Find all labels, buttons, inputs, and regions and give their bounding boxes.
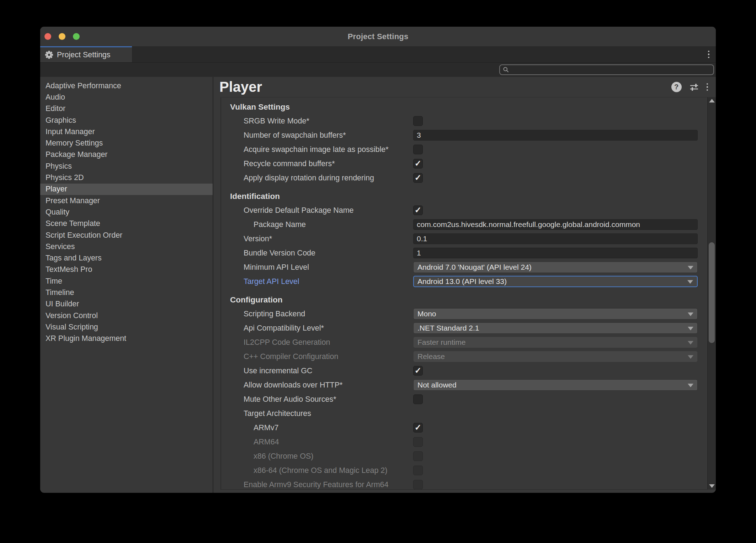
sidebar-item-services[interactable]: Services [40, 241, 213, 252]
use-incremental-gc-checkbox[interactable]: ✓ [413, 366, 423, 376]
setting-control [413, 145, 423, 154]
dropdown-value: Faster runtime [417, 338, 465, 347]
sidebar-item-input-manager[interactable]: Input Manager [40, 126, 213, 137]
allow-downloads-over-http-dropdown[interactable]: Not allowed [413, 379, 698, 391]
section-identification: IdentificationOverride Default Package N… [221, 190, 707, 289]
sidebar-item-physics[interactable]: Physics [40, 160, 213, 172]
setting-row-minimum-api-level: Minimum API LevelAndroid 7.0 'Nougat' (A… [221, 260, 707, 274]
bundle-version-code-field[interactable]: 1 [413, 248, 698, 258]
close-button[interactable] [44, 33, 51, 40]
recycle-command-buffers-checkbox[interactable]: ✓ [413, 159, 423, 169]
sidebar-item-version-control[interactable]: Version Control [40, 310, 213, 321]
setting-control [413, 466, 423, 475]
setting-label: Target Architectures [244, 409, 311, 418]
sidebar-item-audio[interactable]: Audio [40, 91, 213, 103]
minimum-api-level-dropdown[interactable]: Android 7.0 'Nougat' (API level 24) [413, 262, 698, 273]
sidebar-item-label: Script Execution Order [46, 231, 122, 240]
setting-row-target-architectures: Target Architectures [221, 406, 707, 421]
version-field[interactable]: 0.1 [413, 233, 698, 244]
setting-label: Api Compatibility Level* [244, 324, 324, 333]
dropdown-value: Mono [417, 310, 436, 318]
apply-display-rotation-during-rendering-checkbox[interactable]: ✓ [413, 173, 423, 183]
help-icon[interactable]: ? [671, 82, 682, 92]
content-panel: Player ? Vu [213, 77, 716, 493]
sidebar-item-visual-scripting[interactable]: Visual Scripting [40, 321, 213, 333]
sidebar-item-ui-builder[interactable]: UI Builder [40, 299, 213, 310]
scripting-backend-dropdown[interactable]: Mono [413, 308, 698, 320]
setting-control: 3 [413, 130, 698, 141]
minimize-button[interactable] [59, 33, 65, 40]
setting-row-enable-armv9-security-features-for-arm64: Enable Armv9 Security Features for Arm64 [221, 478, 707, 490]
setting-label: Version* [244, 234, 272, 243]
setting-label: Number of swapchain buffers* [244, 131, 346, 140]
armv7-checkbox[interactable]: ✓ [413, 423, 423, 433]
sidebar-item-label: XR Plugin Management [46, 334, 126, 343]
setting-label: Recycle command buffers* [244, 159, 335, 168]
sidebar-item-label: TextMesh Pro [46, 265, 92, 274]
setting-label: SRGB Write Mode* [244, 117, 309, 126]
chevron-down-icon [688, 327, 693, 330]
srgb-write-mode-checkbox[interactable] [413, 116, 423, 126]
api-compatibility-level-dropdown[interactable]: .NET Standard 2.1 [413, 322, 698, 334]
sidebar-item-memory-settings[interactable]: Memory Settings [40, 137, 213, 149]
setting-label: C++ Compiler Configuration [244, 352, 339, 361]
presets-icon[interactable] [689, 82, 699, 92]
setting-row-mute-other-audio-sources: Mute Other Audio Sources* [221, 392, 707, 406]
more-options-kebab-icon[interactable] [707, 83, 708, 91]
sidebar-item-scene-template[interactable]: Scene Template [40, 218, 213, 230]
override-default-package-name-checkbox[interactable]: ✓ [413, 206, 423, 215]
sidebar-item-preset-manager[interactable]: Preset Manager [40, 195, 213, 206]
scroll-up-arrow-icon[interactable] [709, 99, 715, 102]
setting-label: IL2CPP Code Generation [244, 338, 330, 347]
chevron-down-icon [687, 280, 693, 284]
titlebar[interactable]: Project Settings [40, 27, 716, 46]
package-name-field[interactable]: com.com2us.hivesdk.normal.freefull.googl… [413, 219, 698, 230]
maximize-button[interactable] [73, 33, 80, 40]
sidebar-item-package-manager[interactable]: Package Manager [40, 149, 213, 160]
setting-control: Android 7.0 'Nougat' (API level 24) [413, 262, 698, 273]
check-mark-icon: ✓ [415, 423, 421, 432]
sidebar-item-label: Adaptive Performance [46, 81, 121, 90]
scrollbar-thumb[interactable] [709, 242, 715, 343]
main-area: Adaptive PerformanceAudioEditorGraphicsI… [40, 77, 716, 493]
acquire-swapchain-image-late-as-possible-checkbox[interactable] [413, 145, 423, 154]
il2cpp-code-generation-dropdown: Faster runtime [413, 337, 698, 348]
sidebar-item-time[interactable]: Time [40, 275, 213, 287]
check-mark-icon: ✓ [415, 174, 421, 182]
sidebar-item-label: Preset Manager [46, 196, 100, 205]
sidebar-item-tags-and-layers[interactable]: Tags and Layers [40, 252, 213, 264]
setting-row-use-incremental-gc: Use incremental GC✓ [221, 364, 707, 378]
tab-bar-menu-kebab-icon[interactable] [708, 51, 710, 58]
sidebar-item-player[interactable]: Player [40, 184, 213, 195]
sidebar-item-label: Timeline [46, 288, 74, 297]
toolbar [40, 62, 716, 77]
setting-row-acquire-swapchain-image-late-as-possible: Acquire swapchain image late as possible… [221, 142, 707, 157]
sidebar-item-graphics[interactable]: Graphics [40, 115, 213, 126]
sidebar-item-xr-plugin-management[interactable]: XR Plugin Management [40, 333, 213, 344]
tab-project-settings[interactable]: Project Settings [40, 46, 132, 62]
sidebar-item-label: Package Manager [46, 150, 108, 159]
mute-other-audio-sources-checkbox[interactable] [413, 395, 423, 404]
sidebar-item-label: Editor [46, 104, 65, 113]
number-of-swapchain-buffers-field[interactable]: 3 [413, 130, 698, 141]
sidebar-item-quality[interactable]: Quality [40, 206, 213, 218]
sidebar-item-label: Memory Settings [46, 139, 103, 148]
section-vulkan-settings: Vulkan SettingsSRGB Write Mode*Number of… [221, 100, 707, 185]
project-settings-window: Project Settings Pro [40, 27, 716, 493]
scroll-down-arrow-icon[interactable] [709, 484, 715, 488]
setting-control: ✓ [413, 366, 423, 376]
sidebar-item-script-execution-order[interactable]: Script Execution Order [40, 230, 213, 241]
sidebar-item-textmesh-pro[interactable]: TextMesh Pro [40, 264, 213, 275]
sidebar-item-timeline[interactable]: Timeline [40, 287, 213, 298]
chevron-down-icon [688, 312, 693, 316]
sidebar-item-editor[interactable]: Editor [40, 103, 213, 115]
section-configuration: ConfigurationScripting BackendMonoApi Co… [221, 293, 707, 490]
vertical-scrollbar[interactable] [707, 97, 716, 490]
sidebar-item-adaptive-performance[interactable]: Adaptive Performance [40, 80, 213, 91]
chevron-down-icon [688, 355, 693, 359]
sidebar-item-physics-2d[interactable]: Physics 2D [40, 172, 213, 183]
sidebar-item-label: Scene Template [46, 219, 100, 228]
search-input[interactable] [499, 64, 714, 75]
target-api-level-dropdown[interactable]: Android 13.0 (API level 33) [413, 276, 698, 287]
sidebar-item-label: Quality [46, 208, 69, 217]
